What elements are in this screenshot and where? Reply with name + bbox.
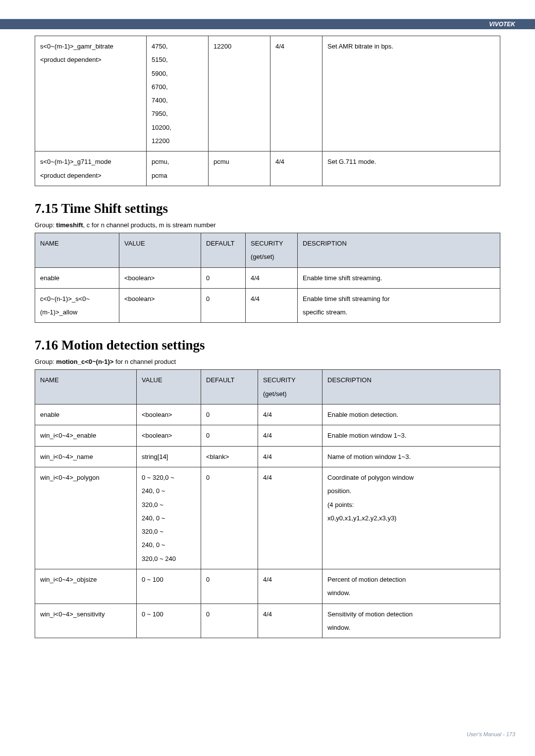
param-default: <blank> <box>201 446 258 467</box>
group-suffix: , c for n channel products, m is stream … <box>83 221 216 229</box>
header-security: SECURITY (get/set) <box>258 370 322 404</box>
param-value: <boolean> <box>119 288 201 323</box>
header-bar: VIVOTEK <box>0 19 535 29</box>
param-security: 4/4 <box>246 267 298 288</box>
header-description: DESCRIPTION <box>322 370 500 404</box>
param-default: 0 <box>201 425 258 446</box>
page-footer: User's Manual - 173 <box>467 731 515 737</box>
param-security: 4/4 <box>270 151 322 186</box>
param-default: 0 <box>201 404 258 425</box>
param-value: pcmu,pcma <box>147 151 209 186</box>
header-security: SECURITY (get/set) <box>246 233 298 267</box>
brand-text: VIVOTEK <box>489 21 515 28</box>
group-prefix: Group: <box>35 358 56 365</box>
security-label: SECURITY <box>251 240 283 247</box>
param-value: <boolean> <box>119 267 201 288</box>
table-row: win_i<0~4>_name string[14] <blank> 4/4 N… <box>35 446 500 467</box>
param-security: 4/4 <box>258 404 322 425</box>
param-name: win_i<0~4>_polygon <box>35 467 137 569</box>
header-value: VALUE <box>137 370 201 404</box>
param-description: Enable motion window 1~3. <box>322 425 500 446</box>
param-value: 0 ~ 100 <box>137 604 201 638</box>
param-description: Coordinate of polygon windowposition.(4 … <box>322 467 500 569</box>
param-default: 0 <box>201 569 258 604</box>
header-default: DEFAULT <box>201 233 246 267</box>
param-default: pcmu <box>209 151 270 186</box>
param-value: <boolean> <box>137 425 201 446</box>
section-title-716: 7.16 Motion detection settings <box>35 338 500 353</box>
table-row: enable <boolean> 0 4/4 Enable motion det… <box>35 404 500 425</box>
table-row: s<0~(m-1)>_g711_mode <product dependent>… <box>35 151 500 186</box>
param-value: 0 ~ 100 <box>137 569 201 604</box>
param-default: 0 <box>201 267 246 288</box>
table-row: win_i<0~4>_polygon 0 ~ 320,0 ~240, 0 ~32… <box>35 467 500 569</box>
param-default: 0 <box>201 467 258 569</box>
param-name: win_i<0~4>_name <box>35 446 137 467</box>
param-name: s<0~(m-1)>_g711_mode <product dependent> <box>35 151 147 186</box>
security-sub: (get/set) <box>263 390 287 398</box>
group-prefix: Group: <box>35 221 56 229</box>
table-row: s<0~(m-1)>_gamr_bitrate <product depende… <box>35 36 500 151</box>
param-security: 4/4 <box>246 288 298 323</box>
group-text-715: Group: timeshift, c for n channel produc… <box>35 221 500 229</box>
table-row: c<0~(n-1)>_s<0~(m-1)>_allow <boolean> 0 … <box>35 288 500 323</box>
param-default: 0 <box>201 604 258 638</box>
param-name: s<0~(m-1)>_gamr_bitrate <product depende… <box>35 36 147 151</box>
param-name: enable <box>35 404 137 425</box>
header-description: DESCRIPTION <box>298 233 500 267</box>
param-name: win_i<0~4>_enable <box>35 425 137 446</box>
table-header-row: NAME VALUE DEFAULT SECURITY (get/set) DE… <box>35 233 500 267</box>
param-description: Sensitivity of motion detectionwindow. <box>322 604 500 638</box>
param-default: 12200 <box>209 36 270 151</box>
param-value: 4750,5150,5900,6700,7400,7950,10200,1220… <box>147 36 209 151</box>
footer-text: User's Manual - 173 <box>467 731 515 737</box>
param-value: <boolean> <box>137 404 201 425</box>
param-security: 4/4 <box>258 446 322 467</box>
group-name: timeshift <box>56 221 83 229</box>
param-security: 4/4 <box>258 569 322 604</box>
table-row: enable <boolean> 0 4/4 Enable time shift… <box>35 267 500 288</box>
param-description: Name of motion window 1~3. <box>322 446 500 467</box>
param-name: win_i<0~4>_sensitivity <box>35 604 137 638</box>
param-security: 4/4 <box>270 36 322 151</box>
security-label: SECURITY <box>263 376 296 384</box>
header-name: NAME <box>35 233 119 267</box>
name-line2: <product dependent> <box>40 56 102 63</box>
header-value: VALUE <box>119 233 201 267</box>
param-default: 0 <box>201 288 246 323</box>
table-row: win_i<0~4>_enable <boolean> 0 4/4 Enable… <box>35 425 500 446</box>
param-description: Enable time shift streaming forspecific … <box>298 288 500 323</box>
group-text-716: Group: motion_c<0~(n-1)> for n channel p… <box>35 358 500 365</box>
param-security: 4/4 <box>258 604 322 638</box>
param-value: 0 ~ 320,0 ~240, 0 ~320,0 ~240, 0 ~320,0 … <box>137 467 201 569</box>
table-row: win_i<0~4>_sensitivity 0 ~ 100 0 4/4 Sen… <box>35 604 500 638</box>
security-sub: (get/set) <box>251 253 274 260</box>
settings-table-1: s<0~(m-1)>_gamr_bitrate <product depende… <box>35 36 500 186</box>
table-row: win_i<0~4>_objsize 0 ~ 100 0 4/4 Percent… <box>35 569 500 604</box>
param-description: Percent of motion detectionwindow. <box>322 569 500 604</box>
param-name: enable <box>35 267 119 288</box>
param-name: win_i<0~4>_objsize <box>35 569 137 604</box>
page-content: s<0~(m-1)>_gamr_bitrate <product depende… <box>0 0 535 638</box>
param-security: 4/4 <box>258 425 322 446</box>
param-description: Set G.711 mode. <box>322 151 500 186</box>
name-line2: <product dependent> <box>40 172 102 179</box>
group-name: motion_c<0~(n-1)> <box>56 358 113 365</box>
param-security: 4/4 <box>258 467 322 569</box>
name-line1: s<0~(m-1)>_g711_mode <box>40 158 111 165</box>
table-header-row: NAME VALUE DEFAULT SECURITY (get/set) DE… <box>35 370 500 404</box>
param-description: Enable motion detection. <box>322 404 500 425</box>
name-line1: s<0~(m-1)>_gamr_bitrate <box>40 43 113 50</box>
section-title-715: 7.15 Time Shift settings <box>35 201 500 216</box>
header-default: DEFAULT <box>201 370 258 404</box>
timeshift-table: NAME VALUE DEFAULT SECURITY (get/set) DE… <box>35 233 500 323</box>
param-description: Set AMR bitrate in bps. <box>322 36 500 151</box>
param-value: string[14] <box>137 446 201 467</box>
motion-table: NAME VALUE DEFAULT SECURITY (get/set) DE… <box>35 369 500 638</box>
param-name: c<0~(n-1)>_s<0~(m-1)>_allow <box>35 288 119 323</box>
group-suffix: for n channel product <box>113 358 176 365</box>
header-name: NAME <box>35 370 137 404</box>
param-description: Enable time shift streaming. <box>298 267 500 288</box>
